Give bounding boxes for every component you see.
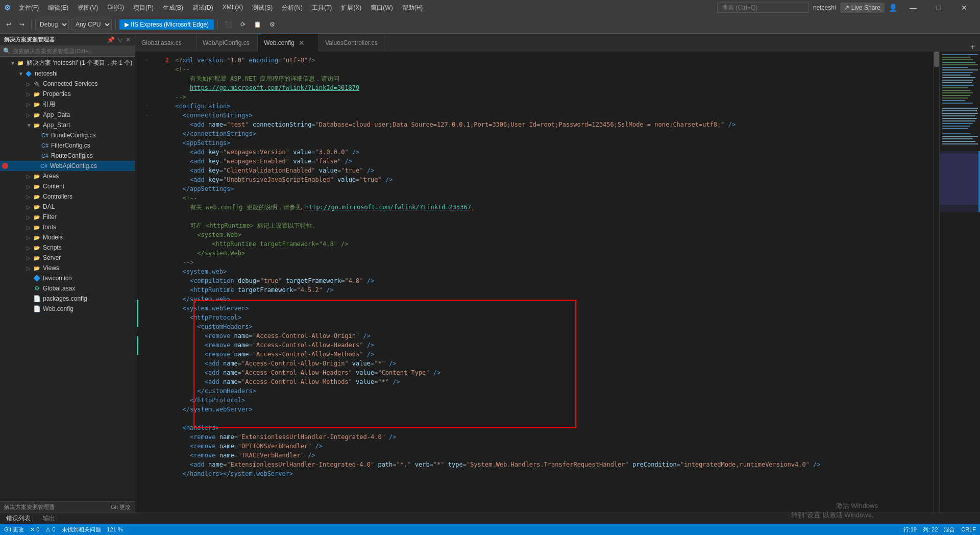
svg-rect-24 <box>942 118 977 119</box>
tree-item-filterconfig[interactable]: C# FilterConfig.cs <box>0 140 135 151</box>
svg-rect-0 <box>942 54 978 55</box>
toolbar-extra-3[interactable]: 📋 <box>251 19 264 30</box>
code-line-36: <add name="Access-Control-Allow-Methods"… <box>171 377 933 386</box>
tree-item-views[interactable]: ▷ 📂 Views <box>0 263 135 273</box>
tree-item-webconfig[interactable]: 📄 Web.config <box>0 304 135 314</box>
routeconfig-icon: C# <box>41 152 49 160</box>
tree-item-project[interactable]: ▼ 🔷 netceshi <box>0 68 135 79</box>
tab-webapi-config[interactable]: WebApiConfig.cs <box>197 34 258 52</box>
run-button[interactable]: ▶ IIS Express (Microsoft Edge) <box>119 19 214 30</box>
bundleconfig-label: BundleConfig.cs <box>51 132 95 139</box>
status-git-branch[interactable]: Git 更改 <box>4 526 24 533</box>
svg-rect-26 <box>942 123 973 124</box>
menu-project[interactable]: 项目(P) <box>129 2 158 14</box>
debug-config-selector[interactable]: Debug <box>35 19 69 30</box>
menu-build[interactable]: 生成(B) <box>159 2 187 14</box>
fold-indicator-2[interactable]: − <box>143 102 151 111</box>
packages-icon: 📄 <box>33 295 41 303</box>
tab-web-config[interactable]: Web.config ✕ <box>258 34 319 52</box>
status-zoom[interactable]: 121 % <box>107 526 123 532</box>
code-line-42: <remove name="ExtensionlessUrlHandler-In… <box>171 432 933 442</box>
fonts-folder-icon: 📂 <box>33 223 41 231</box>
code-line-6: <configuration> <box>171 102 933 111</box>
code-line-10: <appSettings> <box>171 138 933 148</box>
tree-item-properties[interactable]: ▷ 📂 Properties <box>0 89 135 99</box>
undo-button[interactable]: ↩ <box>3 19 14 30</box>
tree-item-connected[interactable]: ▷ 🔌 Connected Services <box>0 79 135 89</box>
dal-label: DAL <box>43 203 55 210</box>
tree-item-fonts[interactable]: ▷ 📂 fonts <box>0 222 135 232</box>
menu-extensions[interactable]: 扩展(X) <box>337 2 365 14</box>
menu-xml[interactable]: XML(X) <box>218 2 248 14</box>
menu-test[interactable]: 测试(S) <box>248 2 277 14</box>
toolbar-extra-2[interactable]: ⟳ <box>237 19 249 30</box>
menu-analyze[interactable]: 分析(N) <box>278 2 307 14</box>
menu-edit[interactable]: 编辑(E) <box>44 2 72 14</box>
change-marker-green-5 <box>137 346 138 355</box>
vertical-scrollbar[interactable] <box>933 52 939 513</box>
tree-item-server[interactable]: ▷ 📂 Server <box>0 253 135 263</box>
tree-item-references[interactable]: ▷ 📂 引用 <box>0 99 135 110</box>
se-search-input[interactable] <box>13 48 132 54</box>
tree-item-models[interactable]: ▷ 📂 Models <box>0 232 135 242</box>
menu-git[interactable]: Git(G) <box>103 2 128 14</box>
menu-debug[interactable]: 调试(D) <box>188 2 217 14</box>
tab-new-icon[interactable]: + <box>967 42 978 52</box>
live-share-button[interactable]: ↗ Live Share <box>840 3 885 13</box>
tab-web-config-close[interactable]: ✕ <box>299 39 305 47</box>
menu-help[interactable]: 帮助(H) <box>398 2 427 14</box>
menu-view[interactable]: 视图(V) <box>74 2 102 14</box>
fold-indicator-3[interactable]: − <box>143 111 151 120</box>
solution-explorer-header: 解决方案资源管理器 📌 ▽ ✕ <box>0 34 135 46</box>
svg-rect-32 <box>942 141 975 142</box>
scrollbar-thumb[interactable] <box>934 52 939 67</box>
menu-file[interactable]: 文件(F) <box>15 2 43 14</box>
appstart-folder-icon: 📂 <box>33 121 41 129</box>
tab-output[interactable]: 输出 <box>41 514 57 523</box>
tree-item-dal[interactable]: ▷ 📂 DAL <box>0 202 135 212</box>
tree-item-solution[interactable]: ▼ 📁 解决方案 'netceshi' (1 个项目，共 1 个) <box>0 58 135 68</box>
se-collapse-icon[interactable]: ▽ <box>118 36 122 43</box>
redo-button[interactable]: ↪ <box>16 19 28 30</box>
tree-item-webapiconfig[interactable]: C# WebApiConfig.cs <box>0 161 135 171</box>
editor-content[interactable]: <?xml version="1.0" encoding="utf-8"?> <… <box>171 52 933 513</box>
tree-item-packages[interactable]: 📄 packages.config <box>0 294 135 304</box>
toolbar-extra-1[interactable]: ⬛ <box>222 19 235 30</box>
favicon-label: favicon.ico <box>43 275 72 282</box>
svg-rect-30 <box>942 136 978 137</box>
close-button[interactable]: ✕ <box>952 0 976 15</box>
tree-item-scripts[interactable]: ▷ 📂 Scripts <box>0 242 135 253</box>
tree-item-filter[interactable]: ▷ 📂 Filter <box>0 212 135 222</box>
tree-item-appdata[interactable]: ▷ 📂 App_Data <box>0 110 135 120</box>
tree-item-content[interactable]: ▷ 📂 Content <box>0 181 135 191</box>
menu-tools[interactable]: 工具(T) <box>308 2 336 14</box>
se-search-bar[interactable]: 🔍 <box>0 46 135 57</box>
minimize-button[interactable]: — <box>901 0 925 15</box>
tree-item-controllers[interactable]: ▷ 📂 Controllers <box>0 191 135 202</box>
tree-item-areas[interactable]: ▷ 📂 Areas <box>0 171 135 181</box>
breakpoint-line-num: 2 <box>151 56 169 65</box>
tab-values-controller[interactable]: ValuesController.cs <box>319 34 384 52</box>
fold-indicator-1[interactable]: − <box>143 56 151 65</box>
filterconfig-icon: C# <box>41 141 49 150</box>
menu-window[interactable]: 窗口(W) <box>366 2 397 14</box>
tree-item-favicon[interactable]: 🔷 favicon.ico <box>0 273 135 283</box>
search-input[interactable] <box>717 3 809 13</box>
minimap-viewport <box>940 154 980 205</box>
se-pin-icon[interactable]: 📌 <box>107 36 115 43</box>
tab-error-list[interactable]: 错误列表 <box>4 514 33 523</box>
tab-global-asax[interactable]: Global.asax.cs <box>135 34 197 52</box>
maximize-button[interactable]: □ <box>927 0 950 15</box>
toolbar-extra-4[interactable]: ⚙ <box>266 19 278 30</box>
se-close-icon[interactable]: ✕ <box>126 36 131 43</box>
tree-item-appstart[interactable]: ▼ 📂 App_Start <box>0 120 135 130</box>
se-controls: 📌 ▽ ✕ <box>107 36 131 43</box>
tree-item-globalasax[interactable]: ⚙ Global.asax <box>0 283 135 294</box>
filter-label: Filter <box>43 213 57 221</box>
tree-item-bundleconfig[interactable]: C# BundleConfig.cs <box>0 130 135 140</box>
code-line-43: <remove name="OPTIONSVerbHandler" /> <box>171 442 933 451</box>
platform-selector[interactable]: Any CPU <box>71 19 112 30</box>
dal-folder-icon: 📂 <box>33 203 41 211</box>
svg-rect-17 <box>942 98 968 99</box>
tree-item-routeconfig[interactable]: C# RouteConfig.cs <box>0 151 135 161</box>
